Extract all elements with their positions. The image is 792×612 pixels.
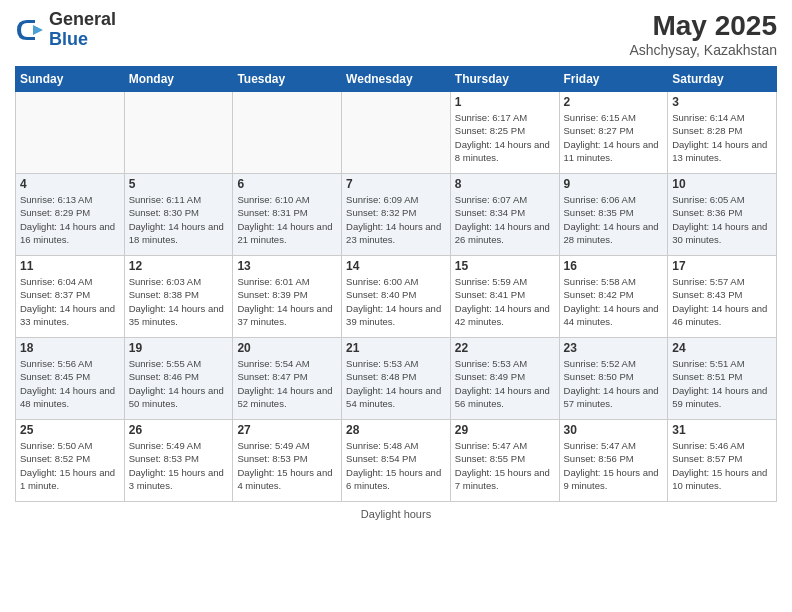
table-row: 2Sunrise: 6:15 AM Sunset: 8:27 PM Daylig…: [559, 92, 668, 174]
day-number: 29: [455, 423, 555, 437]
day-info: Sunrise: 5:46 AM Sunset: 8:57 PM Dayligh…: [672, 439, 772, 492]
day-info: Sunrise: 6:10 AM Sunset: 8:31 PM Dayligh…: [237, 193, 337, 246]
calendar-week-row: 1Sunrise: 6:17 AM Sunset: 8:25 PM Daylig…: [16, 92, 777, 174]
day-number: 20: [237, 341, 337, 355]
day-number: 13: [237, 259, 337, 273]
day-number: 12: [129, 259, 229, 273]
table-row: 10Sunrise: 6:05 AM Sunset: 8:36 PM Dayli…: [668, 174, 777, 256]
table-row: 15Sunrise: 5:59 AM Sunset: 8:41 PM Dayli…: [450, 256, 559, 338]
day-number: 7: [346, 177, 446, 191]
day-info: Sunrise: 6:09 AM Sunset: 8:32 PM Dayligh…: [346, 193, 446, 246]
logo: General Blue: [15, 10, 116, 50]
table-row: 5Sunrise: 6:11 AM Sunset: 8:30 PM Daylig…: [124, 174, 233, 256]
day-number: 8: [455, 177, 555, 191]
day-info: Sunrise: 5:55 AM Sunset: 8:46 PM Dayligh…: [129, 357, 229, 410]
table-row: 4Sunrise: 6:13 AM Sunset: 8:29 PM Daylig…: [16, 174, 125, 256]
calendar-header-row: Sunday Monday Tuesday Wednesday Thursday…: [16, 67, 777, 92]
table-row: [342, 92, 451, 174]
day-number: 27: [237, 423, 337, 437]
table-row: 17Sunrise: 5:57 AM Sunset: 8:43 PM Dayli…: [668, 256, 777, 338]
title-block: May 2025 Ashchysay, Kazakhstan: [629, 10, 777, 58]
table-row: 25Sunrise: 5:50 AM Sunset: 8:52 PM Dayli…: [16, 420, 125, 502]
day-info: Sunrise: 5:49 AM Sunset: 8:53 PM Dayligh…: [237, 439, 337, 492]
table-row: 16Sunrise: 5:58 AM Sunset: 8:42 PM Dayli…: [559, 256, 668, 338]
day-info: Sunrise: 5:47 AM Sunset: 8:55 PM Dayligh…: [455, 439, 555, 492]
day-number: 25: [20, 423, 120, 437]
day-info: Sunrise: 5:56 AM Sunset: 8:45 PM Dayligh…: [20, 357, 120, 410]
col-thursday: Thursday: [450, 67, 559, 92]
day-info: Sunrise: 5:57 AM Sunset: 8:43 PM Dayligh…: [672, 275, 772, 328]
day-info: Sunrise: 5:51 AM Sunset: 8:51 PM Dayligh…: [672, 357, 772, 410]
day-info: Sunrise: 5:48 AM Sunset: 8:54 PM Dayligh…: [346, 439, 446, 492]
day-info: Sunrise: 6:00 AM Sunset: 8:40 PM Dayligh…: [346, 275, 446, 328]
table-row: 1Sunrise: 6:17 AM Sunset: 8:25 PM Daylig…: [450, 92, 559, 174]
day-number: 11: [20, 259, 120, 273]
calendar-week-row: 25Sunrise: 5:50 AM Sunset: 8:52 PM Dayli…: [16, 420, 777, 502]
footer: Daylight hours: [15, 508, 777, 520]
table-row: 7Sunrise: 6:09 AM Sunset: 8:32 PM Daylig…: [342, 174, 451, 256]
day-info: Sunrise: 5:52 AM Sunset: 8:50 PM Dayligh…: [564, 357, 664, 410]
day-info: Sunrise: 6:04 AM Sunset: 8:37 PM Dayligh…: [20, 275, 120, 328]
day-info: Sunrise: 6:11 AM Sunset: 8:30 PM Dayligh…: [129, 193, 229, 246]
calendar-table: Sunday Monday Tuesday Wednesday Thursday…: [15, 66, 777, 502]
day-number: 19: [129, 341, 229, 355]
day-number: 10: [672, 177, 772, 191]
table-row: 26Sunrise: 5:49 AM Sunset: 8:53 PM Dayli…: [124, 420, 233, 502]
day-info: Sunrise: 5:47 AM Sunset: 8:56 PM Dayligh…: [564, 439, 664, 492]
col-tuesday: Tuesday: [233, 67, 342, 92]
day-info: Sunrise: 6:07 AM Sunset: 8:34 PM Dayligh…: [455, 193, 555, 246]
calendar-week-row: 4Sunrise: 6:13 AM Sunset: 8:29 PM Daylig…: [16, 174, 777, 256]
table-row: 23Sunrise: 5:52 AM Sunset: 8:50 PM Dayli…: [559, 338, 668, 420]
day-info: Sunrise: 5:54 AM Sunset: 8:47 PM Dayligh…: [237, 357, 337, 410]
logo-text: General Blue: [49, 10, 116, 50]
day-info: Sunrise: 6:03 AM Sunset: 8:38 PM Dayligh…: [129, 275, 229, 328]
col-sunday: Sunday: [16, 67, 125, 92]
table-row: 14Sunrise: 6:00 AM Sunset: 8:40 PM Dayli…: [342, 256, 451, 338]
day-info: Sunrise: 6:14 AM Sunset: 8:28 PM Dayligh…: [672, 111, 772, 164]
table-row: 8Sunrise: 6:07 AM Sunset: 8:34 PM Daylig…: [450, 174, 559, 256]
day-number: 1: [455, 95, 555, 109]
table-row: 20Sunrise: 5:54 AM Sunset: 8:47 PM Dayli…: [233, 338, 342, 420]
day-info: Sunrise: 5:53 AM Sunset: 8:49 PM Dayligh…: [455, 357, 555, 410]
day-info: Sunrise: 6:13 AM Sunset: 8:29 PM Dayligh…: [20, 193, 120, 246]
day-info: Sunrise: 5:59 AM Sunset: 8:41 PM Dayligh…: [455, 275, 555, 328]
table-row: 9Sunrise: 6:06 AM Sunset: 8:35 PM Daylig…: [559, 174, 668, 256]
day-number: 4: [20, 177, 120, 191]
day-number: 3: [672, 95, 772, 109]
day-info: Sunrise: 6:01 AM Sunset: 8:39 PM Dayligh…: [237, 275, 337, 328]
day-info: Sunrise: 5:53 AM Sunset: 8:48 PM Dayligh…: [346, 357, 446, 410]
day-number: 26: [129, 423, 229, 437]
logo-blue-label: Blue: [49, 30, 116, 50]
table-row: 30Sunrise: 5:47 AM Sunset: 8:56 PM Dayli…: [559, 420, 668, 502]
day-number: 21: [346, 341, 446, 355]
logo-general-label: General: [49, 10, 116, 30]
day-info: Sunrise: 6:15 AM Sunset: 8:27 PM Dayligh…: [564, 111, 664, 164]
table-row: 18Sunrise: 5:56 AM Sunset: 8:45 PM Dayli…: [16, 338, 125, 420]
table-row: 24Sunrise: 5:51 AM Sunset: 8:51 PM Dayli…: [668, 338, 777, 420]
day-number: 15: [455, 259, 555, 273]
table-row: 13Sunrise: 6:01 AM Sunset: 8:39 PM Dayli…: [233, 256, 342, 338]
main-title: May 2025: [629, 10, 777, 42]
table-row: [16, 92, 125, 174]
footer-text: Daylight hours: [361, 508, 431, 520]
day-number: 5: [129, 177, 229, 191]
table-row: 22Sunrise: 5:53 AM Sunset: 8:49 PM Dayli…: [450, 338, 559, 420]
table-row: 27Sunrise: 5:49 AM Sunset: 8:53 PM Dayli…: [233, 420, 342, 502]
day-number: 18: [20, 341, 120, 355]
table-row: 31Sunrise: 5:46 AM Sunset: 8:57 PM Dayli…: [668, 420, 777, 502]
table-row: 19Sunrise: 5:55 AM Sunset: 8:46 PM Dayli…: [124, 338, 233, 420]
col-monday: Monday: [124, 67, 233, 92]
day-number: 30: [564, 423, 664, 437]
table-row: 6Sunrise: 6:10 AM Sunset: 8:31 PM Daylig…: [233, 174, 342, 256]
day-number: 14: [346, 259, 446, 273]
table-row: 11Sunrise: 6:04 AM Sunset: 8:37 PM Dayli…: [16, 256, 125, 338]
day-info: Sunrise: 6:05 AM Sunset: 8:36 PM Dayligh…: [672, 193, 772, 246]
day-number: 22: [455, 341, 555, 355]
day-number: 31: [672, 423, 772, 437]
day-number: 17: [672, 259, 772, 273]
day-number: 2: [564, 95, 664, 109]
table-row: 3Sunrise: 6:14 AM Sunset: 8:28 PM Daylig…: [668, 92, 777, 174]
calendar-week-row: 18Sunrise: 5:56 AM Sunset: 8:45 PM Dayli…: [16, 338, 777, 420]
table-row: 28Sunrise: 5:48 AM Sunset: 8:54 PM Dayli…: [342, 420, 451, 502]
header: General Blue May 2025 Ashchysay, Kazakhs…: [15, 10, 777, 58]
